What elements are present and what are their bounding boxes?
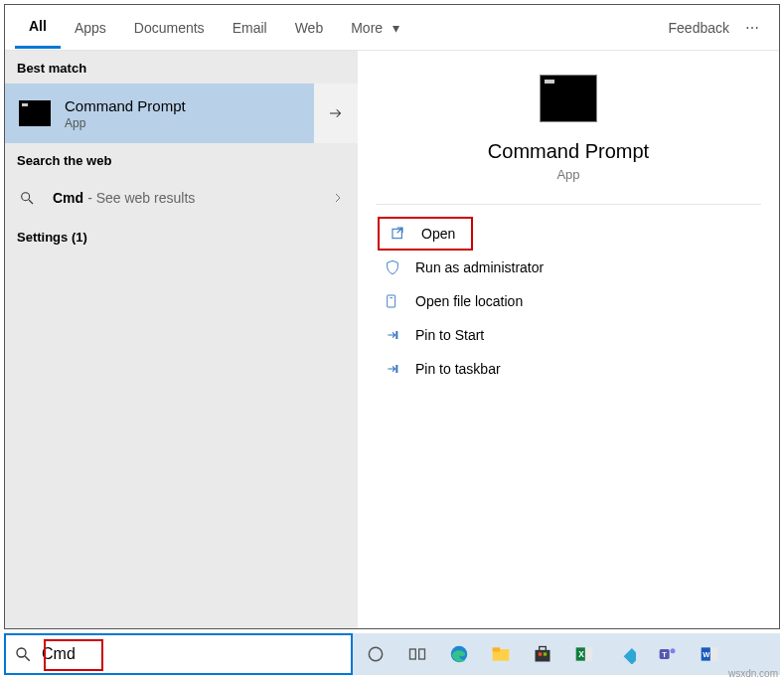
pin-to-start-label: Pin to Start bbox=[415, 327, 484, 343]
task-view-icon[interactable] bbox=[404, 641, 430, 667]
svg-rect-3 bbox=[388, 295, 395, 307]
svg-text:X: X bbox=[578, 649, 584, 659]
file-explorer-icon[interactable] bbox=[488, 641, 514, 667]
result-command-prompt[interactable]: Command Prompt App bbox=[5, 84, 314, 143]
command-prompt-large-icon bbox=[540, 75, 597, 122]
svg-line-1 bbox=[29, 200, 33, 204]
store-icon[interactable] bbox=[530, 641, 555, 667]
search-filter-tabs: All Apps Documents Email Web More ▾ Feed… bbox=[5, 5, 779, 51]
pin-to-taskbar-label: Pin to taskbar bbox=[415, 361, 501, 377]
arrow-right-icon bbox=[327, 104, 345, 122]
preview-type: App bbox=[358, 167, 779, 182]
web-result-term: Cmd bbox=[53, 190, 83, 206]
svg-point-0 bbox=[22, 193, 30, 201]
expand-result-button[interactable] bbox=[314, 84, 358, 143]
pin-icon bbox=[382, 327, 403, 343]
cortana-icon[interactable] bbox=[363, 641, 389, 667]
best-match-label: Best match bbox=[5, 51, 358, 84]
svg-rect-18 bbox=[544, 652, 547, 655]
taskbar: X T W bbox=[4, 633, 780, 675]
word-icon[interactable]: W bbox=[697, 641, 722, 667]
web-result-suffix: - See web results bbox=[87, 190, 195, 206]
svg-rect-6 bbox=[395, 365, 397, 373]
svg-rect-22 bbox=[624, 648, 636, 664]
svg-text:T: T bbox=[662, 650, 667, 659]
svg-point-9 bbox=[369, 647, 382, 660]
result-title: Command Prompt bbox=[65, 97, 300, 114]
results-panel: Best match Command Prompt App Search the… bbox=[5, 51, 358, 628]
open-action[interactable]: Open bbox=[378, 217, 473, 251]
shield-icon bbox=[382, 259, 403, 275]
web-result-cmd[interactable]: Cmd - See web results bbox=[5, 176, 358, 220]
taskbar-search[interactable] bbox=[4, 633, 353, 675]
tab-all[interactable]: All bbox=[15, 6, 61, 49]
teams-icon[interactable]: T bbox=[655, 641, 681, 667]
open-file-location-label: Open file location bbox=[415, 293, 523, 309]
tab-documents[interactable]: Documents bbox=[120, 8, 219, 48]
search-input[interactable] bbox=[42, 645, 343, 663]
edge-icon[interactable] bbox=[446, 641, 472, 667]
tab-web[interactable]: Web bbox=[281, 8, 338, 48]
settings-label: Settings (1) bbox=[5, 220, 358, 253]
svg-rect-10 bbox=[410, 649, 416, 659]
feedback-link[interactable]: Feedback bbox=[661, 8, 737, 48]
folder-icon bbox=[382, 293, 403, 309]
kodi-icon[interactable] bbox=[613, 641, 639, 667]
pin-taskbar-icon bbox=[382, 361, 403, 377]
preview-title: Command Prompt bbox=[358, 140, 779, 163]
svg-rect-5 bbox=[395, 331, 397, 339]
tab-apps[interactable]: Apps bbox=[61, 8, 120, 48]
svg-point-25 bbox=[671, 648, 676, 653]
tab-more[interactable]: More ▾ bbox=[337, 8, 413, 48]
run-as-admin-label: Run as administrator bbox=[415, 259, 544, 275]
svg-text:W: W bbox=[703, 650, 710, 659]
tab-email[interactable]: Email bbox=[219, 8, 281, 48]
more-options-button[interactable]: ⋯ bbox=[737, 8, 769, 48]
pin-to-start-action[interactable]: Pin to Start bbox=[372, 318, 779, 352]
search-icon bbox=[14, 645, 32, 663]
svg-rect-11 bbox=[419, 649, 425, 659]
search-web-label: Search the web bbox=[5, 143, 358, 176]
result-subtitle: App bbox=[65, 116, 300, 130]
chevron-down-icon: ▾ bbox=[392, 20, 399, 36]
open-label: Open bbox=[421, 226, 455, 242]
watermark: wsxdn.com bbox=[728, 668, 778, 679]
pin-to-taskbar-action[interactable]: Pin to taskbar bbox=[372, 352, 779, 386]
svg-point-7 bbox=[17, 648, 26, 657]
svg-rect-17 bbox=[539, 652, 542, 655]
open-file-location-action[interactable]: Open file location bbox=[372, 284, 779, 318]
excel-icon[interactable]: X bbox=[571, 641, 597, 667]
svg-rect-14 bbox=[493, 647, 501, 651]
preview-panel: Command Prompt App Open Run as administr… bbox=[358, 51, 779, 628]
svg-line-8 bbox=[25, 656, 30, 661]
command-prompt-icon bbox=[19, 100, 51, 126]
chevron-right-icon bbox=[332, 192, 344, 204]
tab-more-label: More bbox=[351, 20, 383, 36]
svg-rect-15 bbox=[536, 650, 550, 662]
run-as-admin-action[interactable]: Run as administrator bbox=[372, 251, 779, 284]
svg-rect-16 bbox=[540, 647, 547, 651]
open-icon bbox=[388, 226, 409, 242]
search-icon bbox=[19, 190, 37, 206]
divider bbox=[376, 204, 761, 205]
